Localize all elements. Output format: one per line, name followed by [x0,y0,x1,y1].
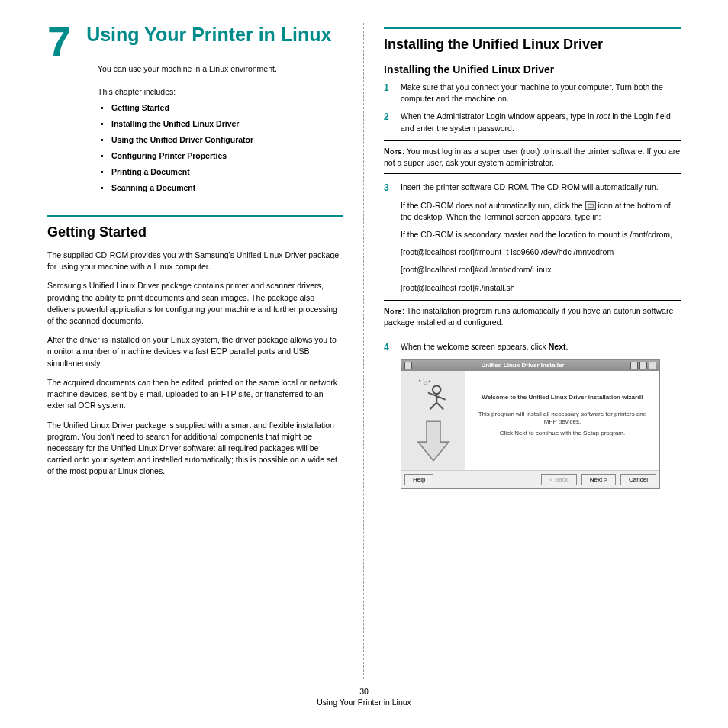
toc-item: Printing a Document [98,167,343,176]
chapter-title: Using Your Printer in Linux [86,23,343,47]
wizard-body: Welcome to the Unified Linux Driver inst… [465,371,659,470]
command-text: [root@localhost root]#cd /mnt/cdrom/Linu… [401,264,681,275]
page-footer: 30 Using Your Printer in Linux [0,687,728,707]
installer-text: This program will install all necessary … [476,411,649,427]
note-text: : You must log in as a super user (root)… [384,147,680,167]
help-button[interactable]: Help [404,474,433,485]
toc-list: Getting Started Installing the Unified L… [98,103,343,192]
section-heading-install: Installing the Unified Linux Driver [384,37,681,53]
installer-title: Unified Linux Driver Installer [417,362,629,369]
step-1: Make sure that you connect your machine … [384,82,681,105]
toc-intro: This chapter includes: [98,87,343,96]
command-text: [root@localhost root]#./install.sh [401,282,681,294]
back-button: < Back [541,474,577,485]
wizard-sidebar [401,371,465,470]
section-rule [384,27,681,29]
installer-screenshot: Unified Linux Driver Installer [401,359,660,489]
step-text: When the welcome screen appears, click [401,342,549,351]
body-paragraph: The acquired documents can then be edite… [47,377,343,412]
step-3: Insert the printer software CD-ROM. The … [384,182,681,193]
body-paragraph: The Unified Linux Driver package is supp… [47,420,343,478]
system-menu-icon [404,362,412,369]
installer-text: Click Next to continue with the Setup pr… [476,430,649,437]
svg-line-1 [419,380,420,382]
body-paragraph: After the driver is installed on your Li… [47,334,343,369]
body-paragraph: Samsung’s Unified Linux Driver package c… [47,280,343,327]
arrow-down-icon [416,420,451,462]
section-heading-getting-started: Getting Started [47,224,343,240]
note-label: Note [384,306,402,315]
next-button[interactable]: Next > [581,474,616,485]
terminal-icon [585,201,596,210]
installer-titlebar: Unified Linux Driver Installer [401,360,659,371]
toc-item: Installing the Unified Linux Driver [98,119,343,128]
step-text-italic: root [596,111,610,121]
installer-button-bar: Help < Back Next > Cancel [401,470,659,488]
subsection-heading-install: Installing the Unified Linux Driver [384,63,681,76]
intro-text: You can use your machine in a Linux envi… [98,63,343,75]
step-4: When the welcome screen appears, click N… [384,341,681,353]
note-block: Note: The installation program runs auto… [384,300,681,333]
running-figure-icon [417,378,449,411]
svg-point-4 [433,385,441,394]
note-label: Note [384,147,402,156]
step-text: When the Administrator Login window appe… [401,111,596,121]
page-number: 30 [0,687,728,696]
step-text-bold: Next [549,342,566,351]
maximize-icon [639,362,647,369]
footer-title: Using Your Printer in Linux [0,697,728,707]
installer-welcome: Welcome to the Unified Linux Driver inst… [476,394,649,401]
command-text: [root@localhost root]#mount -t iso9660 /… [401,246,681,258]
svg-point-0 [424,382,427,385]
svg-line-3 [429,380,430,382]
inset-text: If the CD-ROM does not automatically run… [401,201,585,210]
note-block: Note: You must log in as a super user (r… [384,140,681,174]
chapter-number: 7 [47,23,71,61]
inset-block: If the CD-ROM does not automatically run… [401,200,681,294]
close-icon [649,362,656,369]
body-paragraph: The supplied CD-ROM provides you with Sa… [47,250,343,272]
toc-item: Configuring Printer Properties [98,151,343,160]
section-rule [47,215,343,217]
cancel-button[interactable]: Cancel [620,474,656,485]
minimize-icon [630,362,638,369]
toc-item: Scanning a Document [98,183,343,192]
toc-item: Getting Started [98,103,343,112]
step-text: . [566,342,569,351]
inset-text: If the CD-ROM is secondary master and th… [401,229,681,240]
step-2: When the Administrator Login window appe… [384,111,681,134]
note-text: : The installation program runs automati… [384,306,673,327]
toc-item: Using the Unified Driver Configurator [98,135,343,144]
